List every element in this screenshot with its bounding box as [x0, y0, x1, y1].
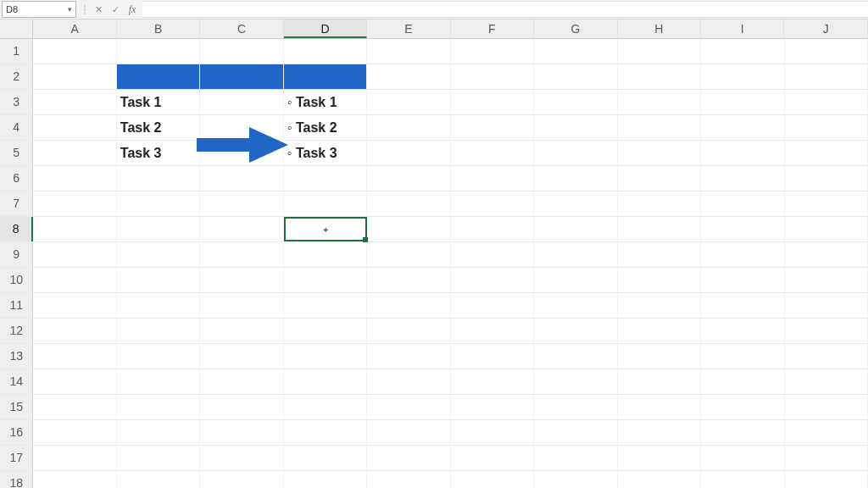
- cell-J11[interactable]: [785, 293, 868, 318]
- cell-E7[interactable]: [367, 191, 450, 216]
- cell-E18[interactable]: [367, 471, 450, 488]
- cell-B14[interactable]: [117, 369, 200, 394]
- cell-A16[interactable]: [33, 420, 116, 445]
- cell-B7[interactable]: [117, 191, 200, 216]
- name-box-value[interactable]: D8: [3, 4, 64, 14]
- cell-G12[interactable]: [534, 319, 617, 343]
- cell-I14[interactable]: [701, 369, 784, 394]
- row-header-12[interactable]: 12: [0, 319, 33, 343]
- cell-H5[interactable]: [618, 141, 701, 165]
- cell-G9[interactable]: [534, 242, 617, 267]
- cell-G5[interactable]: [534, 141, 617, 165]
- cell-H18[interactable]: [618, 471, 701, 488]
- cell-J2[interactable]: [785, 64, 868, 89]
- cell-I10[interactable]: [701, 268, 784, 292]
- cell-G10[interactable]: [534, 268, 617, 292]
- cell-B11[interactable]: [117, 293, 200, 318]
- cell-G1[interactable]: [534, 39, 617, 64]
- cell-I7[interactable]: [701, 191, 784, 216]
- cell-D3[interactable]: ◦ Task 1: [284, 90, 367, 114]
- cell-H13[interactable]: [618, 344, 701, 369]
- cell-F7[interactable]: [451, 191, 534, 216]
- cell-D10[interactable]: [284, 268, 367, 292]
- cell-A2[interactable]: [33, 64, 116, 89]
- cell-G11[interactable]: [534, 293, 617, 318]
- cell-H6[interactable]: [618, 166, 701, 191]
- cell-B5[interactable]: Task 3: [117, 141, 200, 165]
- cell-H12[interactable]: [618, 319, 701, 343]
- cell-B12[interactable]: [117, 319, 200, 343]
- cell-J17[interactable]: [785, 446, 868, 470]
- cell-E9[interactable]: [367, 242, 450, 267]
- row-header-17[interactable]: 17: [0, 446, 33, 470]
- fx-icon[interactable]: fx: [124, 2, 141, 17]
- cell-I3[interactable]: [701, 90, 784, 114]
- cell-H9[interactable]: [618, 242, 701, 267]
- cell-A14[interactable]: [33, 369, 116, 394]
- cell-G16[interactable]: [534, 420, 617, 445]
- cell-B16[interactable]: [117, 420, 200, 445]
- cell-H16[interactable]: [618, 420, 701, 445]
- cell-D15[interactable]: [284, 395, 367, 419]
- cell-F5[interactable]: [451, 141, 534, 165]
- cell-E12[interactable]: [367, 319, 450, 343]
- formula-input[interactable]: [142, 1, 868, 18]
- cell-I11[interactable]: [701, 293, 784, 318]
- col-header-D[interactable]: D: [284, 19, 367, 38]
- cell-C11[interactable]: [200, 293, 283, 318]
- cell-C1[interactable]: [200, 39, 283, 64]
- cell-A9[interactable]: [33, 242, 116, 267]
- cell-A5[interactable]: [33, 141, 116, 165]
- cell-C7[interactable]: [200, 191, 283, 216]
- cell-B2[interactable]: [117, 64, 200, 89]
- row-header-10[interactable]: 10: [0, 268, 33, 292]
- cell-G3[interactable]: [534, 90, 617, 114]
- cell-G13[interactable]: [534, 344, 617, 369]
- cell-D14[interactable]: [284, 369, 367, 394]
- cell-H1[interactable]: [618, 39, 701, 64]
- cell-C18[interactable]: [200, 471, 283, 488]
- cell-C9[interactable]: [200, 242, 283, 267]
- cell-B4[interactable]: Task 2: [117, 115, 200, 140]
- cell-D6[interactable]: [284, 166, 367, 191]
- cell-J5[interactable]: [785, 141, 868, 165]
- cell-F4[interactable]: [451, 115, 534, 140]
- cell-G4[interactable]: [534, 115, 617, 140]
- cell-I4[interactable]: [701, 115, 784, 140]
- cell-B8[interactable]: [117, 217, 200, 241]
- cell-F13[interactable]: [451, 344, 534, 369]
- cell-E16[interactable]: [367, 420, 450, 445]
- cell-H7[interactable]: [618, 191, 701, 216]
- cell-A3[interactable]: [33, 90, 116, 114]
- cell-D5[interactable]: ◦ Task 3: [284, 141, 367, 165]
- cell-H4[interactable]: [618, 115, 701, 140]
- cell-I15[interactable]: [701, 395, 784, 419]
- cell-F12[interactable]: [451, 319, 534, 343]
- cell-H15[interactable]: [618, 395, 701, 419]
- cell-B13[interactable]: [117, 344, 200, 369]
- row-header-3[interactable]: 3: [0, 90, 33, 114]
- cell-I12[interactable]: [701, 319, 784, 343]
- cell-A6[interactable]: [33, 166, 116, 191]
- cell-I2[interactable]: [701, 64, 784, 89]
- cell-I5[interactable]: [701, 141, 784, 165]
- cell-I16[interactable]: [701, 420, 784, 445]
- col-header-A[interactable]: A: [33, 19, 116, 38]
- cell-D11[interactable]: [284, 293, 367, 318]
- cell-C15[interactable]: [200, 395, 283, 419]
- cell-H10[interactable]: [618, 268, 701, 292]
- col-header-G[interactable]: G: [534, 19, 617, 38]
- cell-C5[interactable]: [200, 141, 283, 165]
- cell-D2[interactable]: [284, 64, 367, 89]
- cell-A7[interactable]: [33, 191, 116, 216]
- cell-G7[interactable]: [534, 191, 617, 216]
- cell-I18[interactable]: [701, 471, 784, 488]
- cell-E13[interactable]: [367, 344, 450, 369]
- cell-D1[interactable]: [284, 39, 367, 64]
- cell-B18[interactable]: [117, 471, 200, 488]
- cell-H11[interactable]: [618, 293, 701, 318]
- cell-A15[interactable]: [33, 395, 116, 419]
- cell-J4[interactable]: [785, 115, 868, 140]
- cell-G15[interactable]: [534, 395, 617, 419]
- cell-D12[interactable]: [284, 319, 367, 343]
